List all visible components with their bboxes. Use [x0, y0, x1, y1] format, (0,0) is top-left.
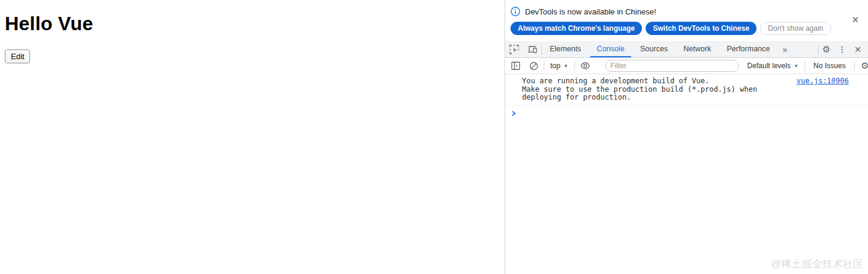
more-tabs-icon[interactable]: »	[778, 41, 792, 57]
info-icon	[511, 7, 520, 16]
live-expression-eye-icon[interactable]	[577, 62, 593, 70]
toolbar-divider	[544, 61, 544, 71]
console-sidebar-toggle-icon[interactable]	[508, 62, 523, 70]
console-prompt[interactable]	[505, 106, 868, 116]
device-toolbar-icon[interactable]	[523, 41, 541, 57]
context-selector[interactable]: top ▼	[547, 62, 572, 70]
infobar-close-icon[interactable]: ✕	[850, 14, 861, 25]
toolbar-divider	[574, 61, 575, 71]
tabbar-divider	[541, 45, 542, 54]
toolbar-divider	[805, 61, 805, 71]
tab-elements[interactable]: Elements	[543, 41, 588, 57]
issues-counter[interactable]: No Issues	[808, 62, 852, 70]
console-prompt-chevron-icon	[511, 110, 517, 116]
dont-show-again-button[interactable]: Don't show again	[760, 22, 831, 35]
rendered-page: Hello Vue Edit	[0, 0, 505, 274]
console-filter-input[interactable]	[605, 60, 739, 72]
console-warning-text: You are running a development build of V…	[522, 77, 788, 102]
console-toolbar: top ▼ Default levels ▼ No Issues ⚙	[505, 58, 868, 74]
chevron-down-icon: ▼	[564, 63, 568, 69]
console-message-row: You are running a development build of V…	[505, 74, 868, 106]
tab-console[interactable]: Console	[590, 41, 631, 57]
console-messages: You are running a development build of V…	[505, 74, 868, 274]
always-match-language-button[interactable]: Always match Chrome's language	[511, 22, 642, 35]
devtools-close-icon[interactable]: ✕	[850, 45, 866, 54]
page-title: Hello Vue	[5, 13, 500, 35]
message-source-link[interactable]: vue.js:10906	[796, 77, 849, 86]
devtools-language-infobar: DevTools is now available in Chinese! Al…	[505, 0, 868, 41]
settings-gear-icon[interactable]: ⚙	[819, 44, 834, 55]
switch-devtools-chinese-button[interactable]: Switch DevTools to Chinese	[646, 22, 756, 35]
console-settings-gear-icon[interactable]: ⚙	[857, 60, 868, 71]
inspect-element-icon[interactable]	[505, 41, 523, 57]
tab-sources[interactable]: Sources	[634, 41, 675, 57]
tab-performance[interactable]: Performance	[720, 41, 777, 57]
default-levels-dropdown[interactable]: Default levels ▼	[744, 62, 802, 70]
edit-button[interactable]: Edit	[5, 49, 30, 63]
chevron-down-icon: ▼	[794, 63, 799, 69]
tab-network[interactable]: Network	[677, 41, 718, 57]
kebab-menu-icon[interactable]: ⋮	[834, 45, 850, 54]
toolbar-divider	[854, 61, 855, 71]
devtools-panel: DevTools is now available in Chinese! Al…	[505, 0, 868, 274]
clear-console-icon[interactable]	[526, 62, 541, 71]
devtools-tabbar: Elements Console Sources Network Perform…	[505, 41, 868, 58]
infobar-message: DevTools is now available in Chinese!	[525, 7, 656, 16]
